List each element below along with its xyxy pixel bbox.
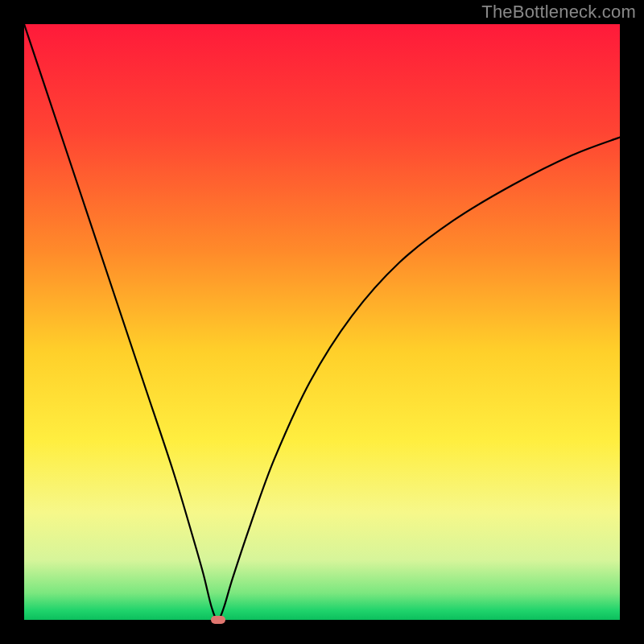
watermark-text: TheBottleneck.com xyxy=(481,2,636,23)
chart-frame: TheBottleneck.com xyxy=(0,0,644,644)
chart-svg xyxy=(24,24,620,620)
gradient-background xyxy=(24,24,620,620)
optimal-point-marker xyxy=(211,616,225,624)
